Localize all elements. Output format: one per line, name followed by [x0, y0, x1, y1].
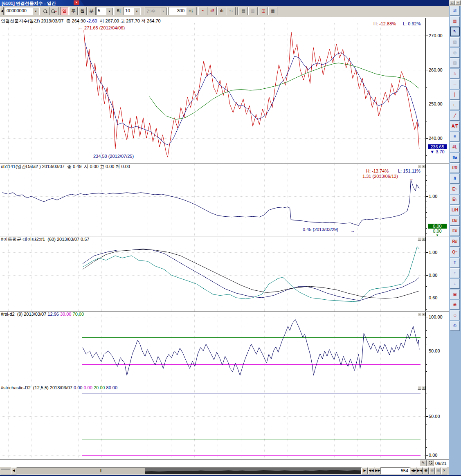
- sort-arrows-icon[interactable]: ↑↓: [227, 7, 236, 15]
- window-grid-icon: ⊞: [435, 467, 441, 474]
- minimap: [145, 468, 361, 474]
- trading-chart-window: { "window":{"title":"[6101] 연결선물지수 - 일간"…: [0, 0, 461, 476]
- toolbar-scroll-left-button[interactable]: ◀: [0, 7, 4, 15]
- elliott-wave2-icon[interactable]: E≈: [450, 195, 460, 204]
- print-icon: ▥: [248, 7, 257, 15]
- chevron-down-icon[interactable]: ▼: [106, 8, 113, 15]
- resize-grip[interactable]: [1, 469, 10, 475]
- text-tool-icon[interactable]: T: [450, 258, 460, 268]
- region-select-icon: ▧: [450, 37, 460, 47]
- minute-combo[interactable]: 5 ▼: [96, 7, 114, 15]
- split-chart-icon[interactable]: ◫: [259, 7, 268, 15]
- formula-r-icon[interactable]: f/R: [450, 163, 460, 173]
- arrow-up-icon[interactable]: ↑: [450, 268, 460, 278]
- toolbar-separator: [143, 7, 144, 15]
- search-button[interactable]: [41, 7, 49, 15]
- last-date-label: 06/21: [435, 461, 447, 466]
- step-line-icon[interactable]: ∟: [450, 100, 460, 110]
- diagonal-line-icon[interactable]: ╱: [450, 111, 460, 121]
- count-combo: 건수 ▼: [145, 7, 168, 15]
- chevron-down-icon[interactable]: ▼: [32, 8, 39, 15]
- shrink-range-icon[interactable]: ▶◀: [417, 467, 423, 474]
- bar-count-value: 300: [177, 8, 184, 13]
- close-range-icon[interactable]: ×: [441, 467, 447, 474]
- panel-minimize-icon[interactable]: −: [418, 237, 421, 241]
- bar-count-input[interactable]: 300: [169, 7, 186, 15]
- indicator-window-icon[interactable]: ▦: [450, 16, 460, 26]
- restore-icon[interactable]: □: [450, 0, 455, 5]
- tick-value: 10: [125, 8, 130, 13]
- symbol-combo[interactable]: 00000000 ▼: [5, 7, 40, 15]
- arrow-down-icon[interactable]: ↓: [450, 279, 460, 289]
- period-monthly-button[interactable]: 월: [78, 7, 87, 15]
- expand-range-icon[interactable]: ◀▶: [411, 467, 416, 474]
- period-daily-button[interactable]: 일: [60, 7, 69, 15]
- right-toolbar: □ × ⇄▦↖▧◎▨≈─│∟╱A/T≡#Lf/af/R//E~E≈L/HD//E…: [449, 0, 461, 476]
- forward-button[interactable]: ▶▶: [375, 467, 381, 474]
- zoom-in-icon[interactable]: ⊕: [423, 467, 429, 474]
- period-minute-button[interactable]: 분: [87, 7, 96, 15]
- bar-pattern-icon[interactable]: #L: [450, 142, 460, 152]
- panel-close-icon[interactable]: ×: [422, 386, 425, 390]
- text-annotation-icon[interactable]: A/T: [450, 121, 460, 131]
- title-bar: [6101] 연결선물지수 - 일간 ×: [0, 0, 449, 6]
- e-hatch-icon[interactable]: E//: [450, 226, 460, 236]
- rewind-button[interactable]: ◀◀: [368, 467, 374, 474]
- edit-icon[interactable]: ✎: [420, 460, 427, 466]
- chart-area[interactable]: [0, 17, 449, 467]
- drawing-tools: ⇄▦↖▧◎▨≈─│∟╱A/T≡#Lf/af/R//E~E≈L/HD//E//R/…: [450, 6, 460, 331]
- cursor-arrow-icon[interactable]: ↖: [450, 27, 460, 36]
- panel-minimize-icon[interactable]: −: [418, 386, 421, 390]
- play-button[interactable]: ▶: [362, 467, 368, 474]
- panel-close-icon[interactable]: ×: [422, 164, 425, 168]
- multi-line-icon[interactable]: ≡: [450, 132, 460, 141]
- symbol-value: 00000000: [7, 8, 27, 13]
- smiley-marker-icon[interactable]: ☺: [450, 310, 460, 320]
- number-marker-icon[interactable]: ①: [450, 321, 460, 331]
- close-icon[interactable]: ×: [455, 0, 461, 5]
- minute-value: 5: [98, 8, 100, 13]
- chevron-down-icon[interactable]: ▼: [133, 8, 140, 15]
- panel-minimize-icon[interactable]: −: [418, 164, 421, 168]
- new-document-icon[interactable]: ▤: [239, 7, 248, 15]
- chevron-down-icon: ▼: [160, 8, 167, 15]
- tick-combo[interactable]: 10 ▼: [124, 7, 141, 15]
- hand-tool-icon: ▨: [450, 58, 460, 68]
- visible-bars-input[interactable]: 554: [380, 467, 410, 474]
- volume-icon[interactable]: ılı: [217, 7, 226, 15]
- scroll-left-button[interactable]: ◀: [11, 467, 16, 474]
- line-chart-icon[interactable]: ~: [198, 7, 207, 15]
- panel-minimize-icon[interactable]: −: [418, 312, 421, 316]
- data-grid-icon[interactable]: ▦: [268, 7, 277, 15]
- window-buttons: □ ×: [449, 0, 461, 6]
- status-bar: ◀ I ▶ ◀◀ ▶▶ 554 ◀▶ ▶◀ ⊕ ⊖ ⊞ ×: [0, 467, 449, 475]
- trendline-icon[interactable]: ≈: [450, 69, 460, 79]
- formula-a-icon[interactable]: f/a: [450, 153, 460, 163]
- vertical-line-icon[interactable]: │: [450, 90, 460, 100]
- zoom-region-icon: ◎: [450, 48, 460, 58]
- d-hatch-icon[interactable]: D//: [450, 216, 460, 226]
- scroll-track[interactable]: I: [17, 467, 362, 474]
- elliott-wave-icon[interactable]: E~: [450, 184, 460, 194]
- square-marker-icon[interactable]: ▣: [450, 290, 460, 299]
- zoom-icon[interactable]: [427, 460, 434, 466]
- circle-marker-icon[interactable]: ◉: [450, 300, 460, 310]
- search-back-icon: [51, 9, 55, 13]
- low-high-icon[interactable]: L/H: [450, 205, 460, 215]
- volume-alert-icon[interactable]: ıl!: [208, 7, 217, 15]
- r-hatch-icon[interactable]: R//: [450, 237, 460, 247]
- panel-close-icon[interactable]: ×: [422, 312, 425, 316]
- bar-unit-button[interactable]: 바: [187, 7, 195, 15]
- period-weekly-button[interactable]: 주: [69, 7, 78, 15]
- tab-close-icon[interactable]: ×: [74, 0, 79, 5]
- position-marker: I: [100, 468, 101, 473]
- horizontal-line-icon[interactable]: ─: [450, 79, 460, 89]
- search-recent-button[interactable]: ↩: [50, 7, 58, 15]
- panel-close-icon[interactable]: ×: [422, 237, 425, 241]
- parallel-lines-icon[interactable]: //: [450, 174, 460, 184]
- quote-list-icon[interactable]: Q≡: [450, 247, 460, 257]
- swap-chart-icon[interactable]: ⇄: [450, 6, 460, 16]
- tick-button[interactable]: 틱: [115, 7, 123, 15]
- toolbar-separator: [196, 7, 198, 15]
- zoom-out-icon: ⊖: [429, 467, 435, 474]
